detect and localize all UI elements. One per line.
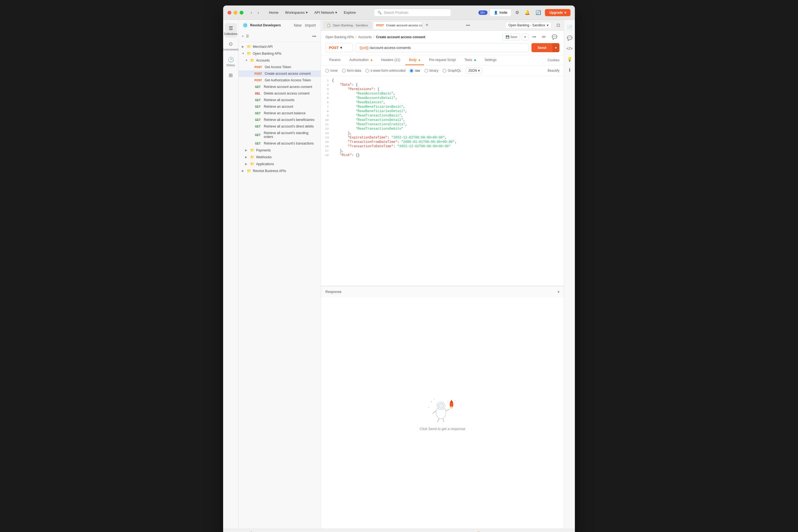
list-item[interactable]: ▶ POST Get Access Token — [239, 64, 321, 70]
list-item[interactable]: ▶ 📁 Applications — [239, 160, 321, 167]
new-button[interactable]: New — [293, 22, 303, 28]
env-selector[interactable]: Open Banking - Sandbox ▾ — [505, 22, 552, 28]
sidebar-item-collections[interactable]: ☰ Collections — [225, 23, 237, 38]
tab-body[interactable]: Body — [405, 55, 424, 65]
sidebar-item-mock[interactable]: ⊞ — [225, 70, 237, 80]
folder-icon: 📁 — [247, 169, 251, 173]
body-form-data-option[interactable]: form-data — [342, 69, 361, 73]
tab-params[interactable]: Params — [325, 55, 344, 65]
list-item[interactable]: ▶ GET Retrieve all account's beneficiari… — [239, 116, 321, 123]
right-sidebar-code-button[interactable]: </> — [565, 44, 574, 53]
list-item[interactable]: ▶ 📁 Payments — [239, 147, 321, 154]
more-tabs-button[interactable]: ••• — [466, 23, 470, 27]
code-editor[interactable]: 1 { 2 "Data": { 3 "Permissions": [ — [321, 76, 564, 286]
response-expand-button[interactable]: ▾ — [557, 290, 559, 294]
import-button[interactable]: Import — [304, 22, 317, 28]
comment-button[interactable]: 💬 — [550, 34, 559, 40]
tab-pre-request-script[interactable]: Pre-request Script — [425, 55, 459, 65]
code-line-13: 13 ], — [321, 131, 564, 135]
method-selector[interactable]: POST ▾ — [325, 43, 353, 52]
sync-button[interactable]: 🔄 — [534, 9, 543, 16]
tab-tests[interactable]: Tests — [460, 55, 479, 65]
list-item[interactable]: ▶ GET Retrieve all account's direct debi… — [239, 123, 321, 130]
notifications-button[interactable]: 🔔 — [523, 9, 532, 16]
right-sidebar-lightbulb-button[interactable]: 💡 — [565, 55, 574, 63]
breadcrumb-open-banking[interactable]: Open Banking APIs — [325, 35, 354, 39]
request-area: Open Banking APIs / Accounts / Create ac… — [321, 31, 564, 55]
list-item[interactable]: ▶ GET Retrieve all accounts — [239, 97, 321, 103]
layout-button[interactable]: ⊡ — [555, 21, 562, 30]
code-line-16: 16 "TransactionToDateTime": "2052-12-02T… — [321, 144, 564, 149]
settings-button[interactable]: ⚙ — [514, 9, 521, 16]
nav-buttons: ‹ › — [249, 9, 261, 16]
tab-settings[interactable]: Settings — [481, 55, 500, 65]
right-sidebar-info-button[interactable]: ℹ — [567, 66, 572, 74]
right-sidebar-docs-button[interactable]: 📄 — [565, 23, 574, 32]
forward-button[interactable]: › — [256, 9, 261, 16]
api-network-menu[interactable]: API Network ▾ — [311, 10, 340, 16]
right-sidebar-comments-button[interactable]: 💬 — [565, 34, 574, 42]
format-selector[interactable]: JSON ▾ — [466, 68, 482, 74]
body-urlencoded-option[interactable]: x-www-form-urlencoded — [365, 69, 405, 73]
explore-menu[interactable]: Explore — [341, 10, 359, 16]
list-item[interactable]: ▶ DEL Delete account access consent — [239, 90, 321, 97]
sidebar-item-history[interactable]: 🕐 History — [225, 54, 237, 69]
breadcrumb-accounts[interactable]: Accounts — [358, 35, 372, 39]
cookies-button[interactable]: Cookies — [548, 58, 559, 62]
back-button[interactable]: ‹ — [249, 9, 254, 16]
tab-authorization[interactable]: Authorization — [345, 55, 376, 65]
more-request-options[interactable]: ••• — [530, 34, 538, 40]
bottom-bar: ⊞ Online 🔍 Find and Replace ⊡ Console 🍪 … — [223, 529, 575, 532]
upgrade-button[interactable]: Upgrade ▾ — [545, 9, 570, 16]
list-item[interactable]: ▶ POST Get Authorization Access Token — [239, 77, 321, 83]
list-item[interactable]: ▶ GET Retrieve account access consent — [239, 83, 321, 90]
code-line-9: 9 "ReadTransactionsBasic", — [321, 113, 564, 118]
list-item[interactable]: ▶ GET Retrieve all account's standing or… — [239, 130, 321, 140]
minimize-button[interactable] — [233, 11, 238, 15]
url-input[interactable]: {{url}} /account-access-consents — [356, 43, 529, 52]
list-item[interactable]: ▶ GET Retrieve an account — [239, 103, 321, 110]
add-tab-button[interactable]: + — [423, 22, 431, 28]
breadcrumb: Open Banking APIs / Accounts / Create ac… — [325, 34, 559, 40]
tabs-bar: 📋 Open Banking - Sandbox POST Create acc… — [321, 20, 564, 31]
invite-button[interactable]: 👤 Invite — [490, 9, 512, 17]
folder-icon: 📁 — [250, 58, 254, 62]
search-icon: 🔍 — [378, 11, 382, 15]
workspaces-menu[interactable]: Workspaces ▾ — [282, 10, 310, 16]
list-item[interactable]: ▶ 📁 Revolut Business APIs — [239, 167, 321, 174]
tab-env[interactable]: 📋 Open Banking - Sandbox — [323, 21, 372, 29]
svg-point-13 — [455, 400, 455, 401]
list-item[interactable]: ▶ POST Create account access consent — [239, 70, 321, 77]
beautify-button[interactable]: Beautify — [548, 69, 559, 73]
sidebar-item-environments[interactable]: ⊙ Environments — [225, 39, 237, 53]
body-none-option[interactable]: none — [325, 69, 338, 73]
maximize-button[interactable] — [240, 11, 244, 15]
close-button[interactable] — [228, 11, 231, 15]
list-item[interactable]: ▼ 📁 Accounts — [239, 57, 321, 64]
sidebar-icons: ☰ Collections ⊙ Environments 🕐 History ⊞ — [223, 20, 239, 529]
save-button[interactable]: 💾 Save — [502, 34, 520, 40]
editor-section: 1 { 2 "Data": { 3 "Permissions": [ — [321, 76, 564, 286]
list-item[interactable]: ▶ GET Retrieve all account's transaction… — [239, 140, 321, 147]
edit-button[interactable]: ✏ — [540, 34, 548, 40]
body-graphql-option[interactable]: GraphQL — [443, 69, 461, 73]
body-raw-option[interactable]: raw — [410, 69, 420, 73]
list-item[interactable]: ▼ 📁 Open Banking APIs — [239, 50, 321, 57]
url-path: /account-access-consents — [369, 45, 411, 50]
astronaut-illustration — [426, 395, 459, 422]
list-item[interactable]: ▶ 📁 Webhooks — [239, 154, 321, 160]
body-binary-option[interactable]: binary — [424, 69, 439, 73]
send-options-button[interactable]: ▾ — [552, 43, 559, 52]
list-item[interactable]: ▶ 📁 Merchant API — [239, 43, 321, 50]
list-item[interactable]: ▶ GET Retrieve an account balance — [239, 110, 321, 116]
tab-request[interactable]: POST Create account access conse... × — [373, 21, 422, 29]
home-menu[interactable]: Home — [266, 10, 281, 16]
send-button[interactable]: Send — [531, 43, 552, 52]
more-options-button[interactable]: ••• — [311, 34, 317, 39]
tab-headers[interactable]: Headers (11) — [377, 55, 404, 65]
code-line-12: 12 "ReadTransactionsDebits" — [321, 127, 564, 131]
folder-icon: 📁 — [247, 51, 251, 56]
search-bar[interactable]: 🔍 Search Postman — [374, 9, 451, 17]
tab-env-icon: 📋 — [327, 23, 330, 27]
save-dropdown-button[interactable]: ▾ — [522, 34, 528, 40]
